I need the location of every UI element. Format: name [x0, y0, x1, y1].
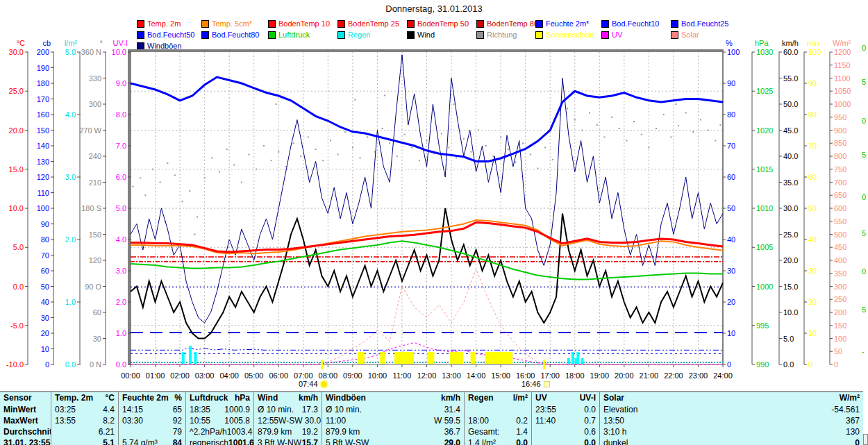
- axis-tick-label: 55.0: [783, 74, 798, 83]
- axis-tick-label: 60: [727, 173, 735, 181]
- bar-sonnenschein: [431, 352, 434, 364]
- sunrise-tick: [321, 360, 323, 369]
- axis-tick-label: 100: [727, 48, 740, 56]
- series-wind: [131, 208, 723, 339]
- point-richtung: [219, 171, 220, 173]
- axis-tick-label: 10: [727, 329, 735, 337]
- bar-regen: [581, 358, 583, 364]
- table-cell: 03:254.4: [51, 404, 118, 415]
- axis-tick-label: 300: [834, 283, 846, 291]
- axis-tick-label: 850: [834, 139, 846, 147]
- table-cell: 10:551005.8: [185, 415, 253, 426]
- table-cell: 0.6: [531, 426, 599, 437]
- axis-tick-label: 150: [834, 321, 846, 330]
- axis-tick-label: 90: [727, 79, 735, 87]
- sunset-icon: [544, 381, 550, 387]
- axis-tick-label: 20.0: [9, 126, 24, 135]
- axis-tick-label: 0: [834, 360, 838, 369]
- axis-tick-label: 160: [37, 110, 49, 119]
- point-richtung: [411, 147, 412, 149]
- point-richtung: [463, 138, 465, 140]
- axis-tick-label: 1150: [834, 61, 851, 69]
- axis-tick-label: 800: [834, 152, 846, 160]
- x-label: 03:00: [195, 371, 215, 380]
- axis-tick-label: 60: [808, 173, 817, 181]
- axis-tick-label: 1020: [756, 126, 773, 135]
- axis-tick-label: 60: [93, 308, 101, 317]
- point-richtung: [419, 160, 420, 161]
- table-cell: Ø 10 min.17.3: [253, 404, 322, 415]
- row-label: Durchschnitt: [0, 426, 51, 437]
- point-richtung: [500, 137, 501, 138]
- table-cell: UVUV-I: [531, 392, 599, 404]
- axis-tick-label: 50: [808, 204, 817, 212]
- table-row-maxwert: MaxWert13:558.203:309210:551005.812:55W-…: [0, 415, 863, 426]
- axis-tick-label: 1200: [834, 48, 851, 56]
- statistics-table: SensorTemp. 2m°CFeuchte 2m%LuftdruckhPaW…: [0, 391, 863, 445]
- point-richtung: [544, 147, 546, 149]
- point-richtung: [633, 121, 635, 122]
- axis-tick-label: 20: [727, 298, 735, 306]
- scrollbar-thumb[interactable]: [863, 434, 868, 445]
- sunset-tick: [543, 360, 545, 369]
- x-label: 07:00: [294, 371, 313, 380]
- axis-tick-label: 1025: [756, 87, 773, 95]
- table-cell: Elevation-54.561: [599, 404, 863, 415]
- sunrise-time: 07:44: [299, 380, 318, 388]
- x-label: 14:00: [467, 371, 486, 380]
- axis-tick-label: 500: [834, 230, 846, 239]
- weather-app-window: Donnerstag, 31.01.2013 Temp. 2mTemp. 5cm…: [0, 0, 868, 445]
- sunset-marker: 16:46: [521, 380, 550, 388]
- table-cell: Temp. 2m°C: [51, 392, 118, 404]
- table-cell: Ø 10 min.31.4: [322, 404, 464, 415]
- axis-tick-label: 100: [808, 48, 821, 56]
- axis-tick-label: 15.0: [9, 165, 24, 174]
- point-richtung: [700, 119, 701, 121]
- table-cell: 13:50367: [599, 415, 863, 426]
- axis-tick-label: 180: [37, 79, 49, 87]
- table-cell: [464, 404, 531, 415]
- point-richtung: [194, 234, 195, 235]
- table-cell: 3 Bft W-NW15.7: [253, 437, 322, 445]
- x-label: 05:00: [244, 371, 264, 380]
- axis-tick-label: 60.0: [783, 48, 798, 56]
- bar-regen: [194, 352, 197, 364]
- axis-tick-label: 5.0: [65, 48, 76, 56]
- table-cell: 879.9 km19.2: [253, 426, 322, 437]
- point-richtung: [485, 145, 487, 146]
- point-richtung: [330, 140, 331, 142]
- point-richtung: [397, 156, 398, 157]
- point-richtung: [603, 137, 605, 138]
- axis-tick-label: 70: [808, 142, 817, 150]
- axis-tick-label: 30: [41, 314, 49, 322]
- clipped-axis-fragment: 0: [862, 44, 868, 52]
- axis-unit-cb: cb: [42, 39, 51, 47]
- point-richtung: [492, 156, 494, 157]
- axis-unit-kmh: km/h: [782, 39, 799, 47]
- point-richtung: [167, 162, 168, 164]
- axis-tick-label: 140: [37, 142, 49, 150]
- axis-tick-label: 2.0: [65, 235, 76, 244]
- axis-tick-label: 200: [834, 308, 846, 317]
- axis-tick-label: 170: [37, 95, 49, 103]
- x-label: 01:00: [146, 371, 165, 380]
- point-richtung: [344, 131, 346, 133]
- axis-tick-label: 120: [37, 173, 49, 181]
- point-richtung: [670, 137, 671, 138]
- table-cell: 11:400.7: [531, 415, 599, 426]
- table-cell: 5.74 g/m³84: [118, 437, 185, 445]
- table-cell: 12:55W-SW 30.0: [253, 415, 322, 426]
- bar-regen: [189, 346, 192, 364]
- axis-tick-label: 30: [93, 335, 101, 343]
- axis-tick-label: 30: [808, 267, 817, 275]
- axis-tick-label: 180 S: [81, 204, 101, 212]
- axis-tick-label: 3.0: [116, 267, 126, 275]
- bar-sonnenschein: [473, 352, 476, 364]
- x-label: 09:00: [343, 371, 362, 380]
- point-richtung: [367, 137, 368, 138]
- point-richtung: [300, 156, 301, 157]
- axis-tick-label: 10.0: [9, 204, 24, 212]
- axis-tick-label: 25.0: [783, 230, 798, 239]
- bar-sonnenschein: [460, 352, 463, 364]
- point-richtung: [197, 217, 198, 218]
